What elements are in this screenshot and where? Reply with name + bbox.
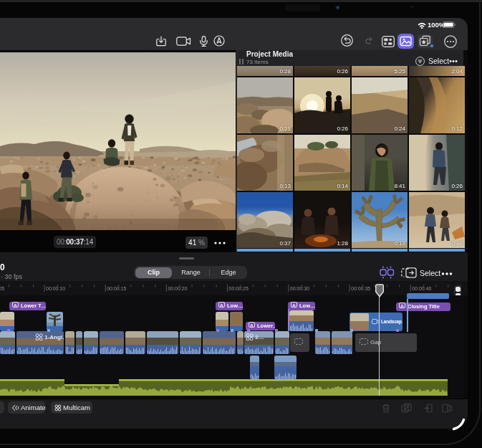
svg-text:00:00:10: 00:00:10	[46, 286, 65, 291]
svg-text:00:00:30: 00:00:30	[290, 286, 309, 291]
svg-text:00:00:25: 00:00:25	[229, 286, 249, 291]
svg-text:00:00:35: 00:00:35	[351, 286, 370, 291]
svg-text:00:00:15: 00:00:15	[107, 286, 126, 291]
svg-text:00:00:20: 00:00:20	[168, 286, 187, 291]
svg-text:00:00:05: 00:00:05	[0, 286, 4, 291]
svg-text:00:00:40: 00:00:40	[412, 286, 431, 291]
